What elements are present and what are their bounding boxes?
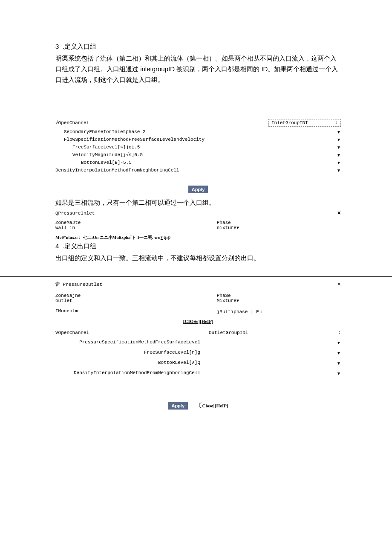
outlet-row-0-label: PressureSpecificationMethodFreeSurfaceLe… xyxy=(55,340,209,345)
outlet-group-id-suffix: : xyxy=(328,330,341,335)
inlet-row-0-label: SecondaryPhaseforInletphase-2 xyxy=(64,129,268,134)
pressure-outlet-header: 雷 PressureOutlet × xyxy=(55,281,341,288)
three-phase-note: 如果是三相流动，只有一个第二相可以通过一个入口组。 xyxy=(55,198,341,208)
chevron-down-icon: ▼ xyxy=(337,371,341,376)
close-icon[interactable]: × xyxy=(337,210,341,217)
inlet-group-id-label: InletGroupIDI xyxy=(271,120,308,125)
inlet-group-id-field[interactable]: InletGroupIDI : xyxy=(268,119,341,127)
open-channel-checkbox[interactable]: √OpenChannel xyxy=(55,120,268,125)
inlet-row-2[interactable]: FreeSurfaceLevel[»]joi.5 ▼ xyxy=(55,145,341,150)
chevron-down-icon: ▼ xyxy=(236,299,239,303)
outlet-open-channel[interactable]: VOpenChannel xyxy=(55,330,209,335)
zone-name-value[interactable]: wall-in xyxy=(55,225,217,230)
phase-dropdown[interactable]: nixture▼ xyxy=(217,225,341,230)
chevron-down-icon: ▼ xyxy=(337,137,341,142)
outlet-zone-value[interactable]: outlet xyxy=(55,298,217,303)
inlet-row-5[interactable]: DensityInterpolationMethodFromNeghboring… xyxy=(55,168,341,173)
chevron-down-icon: ▼ xyxy=(337,153,341,157)
inlet-row-0[interactable]: SecondaryPhaseforInletphase-2 ▼ xyxy=(55,129,341,134)
chevron-down-icon: ▼ xyxy=(337,340,341,345)
chevron-down-icon: ▼ xyxy=(337,160,341,165)
tab-multiphase[interactable]: jMultiphase | F： xyxy=(217,308,341,315)
section-4-body: 出口组的定义和入口一致。三相流动中，不建议每相都设置分别的出口。 xyxy=(55,253,341,264)
inlet-row-3[interactable]: VelocityMagnitude[j√s]0.5 ▼ xyxy=(55,152,341,157)
phase-value: nixture xyxy=(217,225,236,230)
section-3-title: .定义入口组 xyxy=(63,43,96,50)
outlet-row-2-label: BottoRLevel[∧]Q xyxy=(55,360,209,365)
chevron-down-icon: ▼ xyxy=(337,361,341,366)
outlet-row-3-label: DensityInterpolationMethodFromNeighborin… xyxy=(55,370,209,375)
tab-momentum[interactable]: IMonentm xyxy=(55,308,217,315)
chevron-down-icon: ▼ xyxy=(337,168,341,173)
outlet-row-0[interactable]: PressureSpecificationMethodFreeSurfaceLe… xyxy=(55,339,341,346)
inlet-row-1-label: FlowSpecificationMethodFreeSurfaceLevela… xyxy=(64,137,268,142)
outlet-phase-label: PhaSe xyxy=(217,293,341,298)
chevron-down-icon: ▼ xyxy=(236,226,239,230)
inlet-row-5-label: DensityInterpolationMethodFromNeghboring… xyxy=(55,168,268,173)
close-icon[interactable]: × xyxy=(337,281,341,288)
chevron-down-icon: ▼ xyxy=(337,145,341,150)
section-3-heading: 3 .定义入口组 xyxy=(55,43,341,51)
inlet-group-id-suffix: : xyxy=(335,120,338,125)
section-4-heading: 4 .定义出口组 xyxy=(55,242,341,250)
outlet-row-2[interactable]: BottoRLevel[∧]Q ▼ xyxy=(55,359,341,366)
close-help-footer[interactable]: Close][HeIP] xyxy=(202,403,228,408)
zone-name-label: ZoneMaJte xyxy=(55,220,217,225)
outlet-phase-dropdown[interactable]: Mixture▼ xyxy=(217,298,341,303)
apply-button-outlet[interactable]: Apply xyxy=(168,402,188,410)
phase-label: Phase xyxy=(217,220,341,225)
pressure-outlet-title: 雷 PressureOutlet xyxy=(55,281,102,288)
outlet-group-id-label[interactable]: OutletGroupIDl xyxy=(209,330,328,335)
section-4-title: .定义出口组 xyxy=(63,242,96,250)
outlet-row-1[interactable]: FreeSurfaceLevel[n]g ▼ xyxy=(55,349,341,356)
outlet-phase-value: Mixture xyxy=(217,298,236,303)
section-3-number: 3 xyxy=(55,43,59,50)
section-3-body: 明渠系统包括了流体（第二相）和其上的流体（第一相）。如果两个相从不同的入口流入，… xyxy=(55,53,341,85)
section-4-number: 4 xyxy=(55,242,59,250)
divider xyxy=(0,276,392,277)
inlet-row-4[interactable]: BottonLevel[B]-5.5 ▼ xyxy=(55,160,341,165)
outlet-row-1-label: FreeSurfaceLevel[n]g xyxy=(55,350,209,355)
tab-row-inlet[interactable]: Moθ*ntux.u： 七二:On ニニ小Multxphaˇト 1一ニ丟. τr… xyxy=(55,235,341,241)
inlet-row-1[interactable]: FlowSpecificationMethodFreeSurfaceLevela… xyxy=(55,137,341,142)
outlet-row-3[interactable]: DensityInterpolationMethodFromNeighborin… xyxy=(55,369,341,376)
inlet-row-3-label: VelocityMagnitude[j√s]0.5 xyxy=(72,152,268,157)
inlet-row-2-label: FreeSurfaceLevel[»]joi.5 xyxy=(72,145,268,150)
chevron-down-icon: ▼ xyxy=(337,130,341,134)
pressure-inlet-title: QPressureInlet xyxy=(55,211,95,216)
chevron-down-icon: ▼ xyxy=(337,351,341,355)
apply-button-inlet[interactable]: Apply xyxy=(188,186,208,193)
pressure-inlet-header: QPressureInlet × xyxy=(55,210,341,217)
outlet-zone-label: ZoneNajne xyxy=(55,293,217,298)
open-channel-row: √OpenChannel InletGroupIDI : xyxy=(55,119,341,127)
inlet-row-4-label: BottonLevel[B]-5.5 xyxy=(81,160,268,165)
close-help-links[interactable]: ICIOSe][HeIP] xyxy=(183,319,213,324)
